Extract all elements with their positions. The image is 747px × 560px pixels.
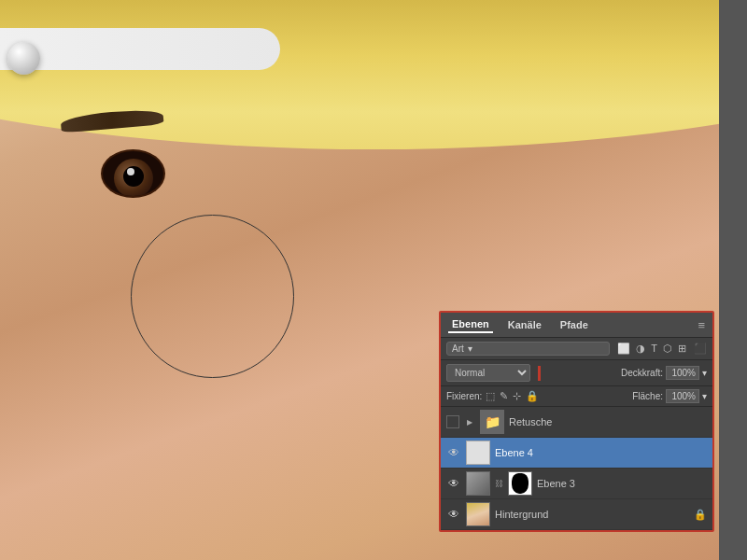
layer-thumbnail	[466, 471, 490, 496]
layer-thumbnail: 📁	[480, 410, 504, 434]
layer-checkbox[interactable]	[446, 415, 459, 428]
image-filter-icon[interactable]: ⬜	[617, 343, 630, 355]
layer-locked-icon: 🔒	[694, 509, 707, 521]
layer-item[interactable]: 👁 ⛓ Ebene 3	[441, 469, 712, 499]
fill-dropdown-icon[interactable]: ▾	[702, 391, 707, 401]
layer-mask-thumbnail	[508, 471, 532, 496]
opacity-dropdown-icon[interactable]: ▾	[702, 368, 707, 378]
layer-visibility-icon[interactable]: 👁	[446, 445, 461, 460]
smart-filter-icon[interactable]: ⊞	[678, 343, 686, 355]
layer-visibility-icon[interactable]: 👁	[446, 507, 461, 522]
eye	[84, 131, 177, 182]
layer-item[interactable]: ▶ 📁 Retusche	[441, 407, 712, 438]
blend-mode-select[interactable]: Normal Aufhellen Abdunkeln Multipliziere…	[446, 364, 530, 382]
tab-pfade[interactable]: Pfade	[557, 317, 592, 332]
tab-ebenen[interactable]: Ebenen	[448, 316, 493, 333]
filter-label: Art	[452, 343, 464, 354]
layer-name: Hintergrund	[495, 509, 689, 520]
fix-move-icon[interactable]: ⊹	[513, 390, 521, 402]
layer-item[interactable]: 👁 Hintergrund 🔒	[441, 499, 712, 530]
layers-list: ▶ 📁 Retusche 👁 Ebene 4 👁 ⛓ Ebene 3	[441, 407, 712, 530]
tab-kanaele[interactable]: Kanäle	[504, 317, 545, 332]
opacity-control: Deckkraft: ▾	[621, 366, 707, 380]
filter-dropdown-icon: ▾	[468, 343, 472, 354]
layers-panel: Ebenen Kanäle Pfade ≡ Art ▾ ⬜ ◑ T ⬡ ⊞ ⬛ …	[439, 311, 714, 532]
blend-opacity-row: Normal Aufhellen Abdunkeln Multipliziere…	[441, 360, 712, 386]
panel-header: Ebenen Kanäle Pfade ≡	[441, 313, 712, 338]
layer-thumbnail	[466, 502, 490, 526]
chain-icon: ⛓	[495, 479, 503, 488]
panel-menu-button[interactable]: ≡	[698, 318, 705, 332]
eye-ball	[103, 151, 163, 196]
eye-area	[56, 112, 224, 187]
eye-highlight	[127, 168, 134, 175]
eyebrow	[60, 107, 163, 133]
fix-label: Fixieren:	[446, 391, 482, 401]
kind-filter[interactable]: Art ▾	[446, 342, 610, 356]
layer-name: Retusche	[509, 416, 707, 427]
right-panel	[719, 0, 747, 560]
layer-thumbnail	[466, 441, 490, 465]
text-filter-icon[interactable]: T	[651, 343, 657, 355]
fix-icons: ⬚ ✎ ⊹ 🔒	[486, 390, 539, 402]
layer-visibility-icon[interactable]: 👁	[446, 476, 461, 491]
fix-lock-icon[interactable]: 🔒	[526, 390, 539, 402]
fill-input[interactable]	[666, 389, 699, 403]
fill-control: Fläche: ▾	[632, 389, 707, 403]
pearl-earring	[7, 42, 40, 75]
fill-label: Fläche:	[632, 391, 663, 401]
adjustment-filter-icon[interactable]: ◑	[636, 343, 645, 355]
filter-toolbar: Art ▾ ⬜ ◑ T ⬡ ⊞ ⬛	[441, 338, 712, 360]
filter-icons: ⬜ ◑ T ⬡ ⊞	[617, 343, 686, 355]
fix-fill-row: Fixieren: ⬚ ✎ ⊹ 🔒 Fläche: ▾	[441, 386, 712, 407]
fix-paint-icon[interactable]: ✎	[500, 390, 508, 402]
opacity-input[interactable]	[666, 366, 699, 380]
layer-item[interactable]: 👁 Ebene 4	[441, 438, 712, 469]
headband	[0, 28, 280, 70]
layer-name: Ebene 3	[537, 478, 707, 489]
shape-filter-icon[interactable]: ⬡	[663, 343, 672, 355]
layer-name: Ebene 4	[495, 447, 707, 458]
toggle-filter-icon[interactable]: ⬛	[694, 343, 707, 355]
opacity-label: Deckkraft:	[621, 368, 663, 378]
red-mode-indicator	[538, 366, 541, 381]
layer-expand-icon[interactable]: ▶	[464, 416, 475, 427]
fix-position-icon[interactable]: ⬚	[486, 390, 495, 402]
